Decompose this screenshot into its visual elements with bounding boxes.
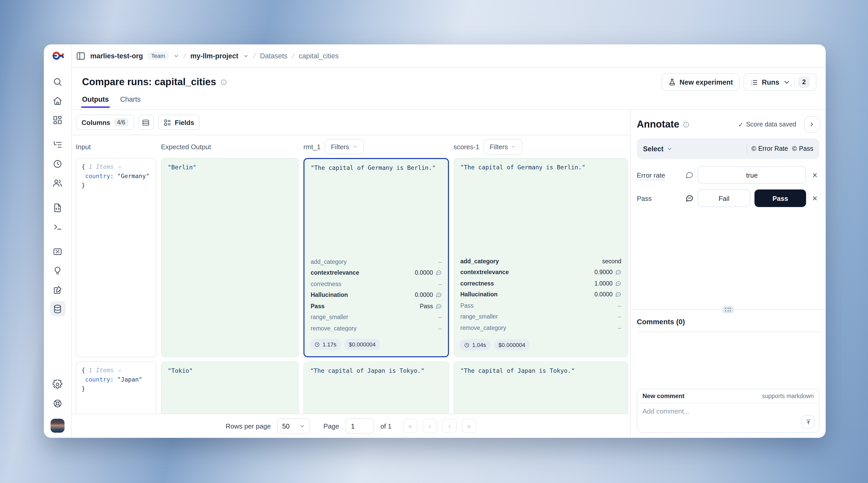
error-rate-chip[interactable]: ©Error Rate: [751, 145, 788, 152]
metric-value: 1.0000: [594, 280, 613, 286]
fail-option-button[interactable]: Fail: [698, 189, 750, 207]
annotate-title: Annotate: [637, 119, 679, 130]
comment-bubble-icon[interactable]: [436, 303, 442, 309]
error-rate-input[interactable]: [698, 166, 806, 184]
playground-icon[interactable]: [50, 219, 65, 234]
last-page-button[interactable]: »: [462, 419, 476, 433]
filters-button-run2[interactable]: Filters: [484, 139, 523, 154]
metric-name: correctness: [311, 281, 341, 287]
rows-icon: [142, 119, 150, 126]
select-config-dropdown[interactable]: Select: [643, 145, 673, 153]
column-header-expected: Expected Output: [161, 143, 299, 151]
top-bar: marlies-test-org Team / my-llm-project /…: [72, 44, 826, 68]
pass-chip[interactable]: ©Pass: [792, 145, 813, 152]
pass-option-button[interactable]: Pass: [754, 189, 806, 207]
datasets-icon[interactable]: [50, 301, 65, 316]
run1-output-cell[interactable]: "The capital of Japan is Tokyo.": [304, 361, 449, 414]
settings-gear-icon[interactable]: [50, 376, 65, 392]
run1-output-cell[interactable]: "The capital of Germany is Berlin." add_…: [304, 158, 449, 357]
run2-output-cell[interactable]: "The capital of Germany is Berlin." add_…: [454, 158, 628, 357]
metric-name: correctness: [460, 280, 494, 286]
comment-textarea[interactable]: [637, 403, 819, 432]
comment-bubble-icon[interactable]: [685, 171, 693, 179]
comment-bubble-icon[interactable]: [436, 292, 442, 298]
clear-score-icon[interactable]: ✕: [810, 194, 819, 202]
filters-button-run1[interactable]: Filters: [324, 139, 364, 154]
home-icon[interactable]: [50, 93, 65, 109]
prompts-icon[interactable]: [50, 200, 65, 215]
latency-badge: 1.17s: [310, 339, 341, 350]
metrics-list: add_category – contextrelevance 0.0000 c…: [305, 256, 448, 331]
tab-outputs[interactable]: Outputs: [82, 95, 109, 108]
comment-bubble-icon[interactable]: [615, 292, 621, 298]
collapse-icon[interactable]: [117, 368, 123, 373]
metric-row: Hallucination 0.0000: [460, 289, 621, 300]
column-header-run1: rmt_1 Filters: [304, 139, 449, 154]
score-row-error-rate: Error rate ✕: [637, 166, 819, 184]
metrics-list: add_category second contextrelevance 0.9…: [454, 255, 627, 334]
chevron-down-icon[interactable]: [243, 53, 249, 59]
new-experiment-button[interactable]: New experiment: [661, 73, 740, 91]
sessions-icon[interactable]: [50, 156, 65, 172]
tab-charts[interactable]: Charts: [120, 95, 141, 108]
expected-output-cell[interactable]: "Berlin": [161, 158, 299, 357]
clock-icon: [464, 342, 470, 348]
collapse-icon[interactable]: [117, 164, 123, 170]
input-cell[interactable]: { 1 Items country: "Japan" }: [76, 361, 156, 414]
comment-bubble-icon[interactable]: [615, 269, 621, 275]
first-page-button[interactable]: «: [403, 419, 417, 433]
run2-output-cell[interactable]: "The capital of Japan is Tokyo.": [454, 361, 628, 414]
page-number-input[interactable]: [345, 418, 374, 434]
fields-button[interactable]: Fields: [158, 115, 200, 130]
chevron-down-icon: [511, 144, 516, 149]
dashboards-icon[interactable]: [50, 112, 65, 127]
metric-row: Hallucination 0.0000: [311, 290, 442, 301]
metric-row: contextrelevance 0.9000: [460, 267, 621, 278]
rows-per-page-select[interactable]: 50: [277, 418, 310, 434]
metric-row: Pass Pass: [311, 301, 442, 311]
tracing-icon[interactable]: [50, 137, 65, 152]
new-comment-title: New comment: [643, 392, 685, 400]
submit-comment-button[interactable]: [801, 415, 815, 428]
info-icon[interactable]: [220, 79, 227, 86]
user-avatar[interactable]: [51, 419, 64, 433]
comment-bubble-icon[interactable]: [685, 194, 693, 202]
breadcrumb-dataset-name[interactable]: capital_cities: [299, 52, 339, 60]
row-height-button[interactable]: [138, 115, 154, 130]
comment-bubble-icon[interactable]: [436, 270, 442, 276]
metric-name: range_smaller: [460, 314, 498, 320]
runs-button[interactable]: Runs 2: [744, 73, 817, 91]
next-page-button[interactable]: ›: [442, 419, 457, 433]
previous-page-button[interactable]: ‹: [423, 419, 437, 433]
chevron-down-icon[interactable]: [174, 53, 179, 59]
next-item-button[interactable]: [804, 116, 819, 133]
drag-handle[interactable]: [722, 306, 734, 313]
breadcrumb-project[interactable]: my-llm-project: [190, 52, 239, 60]
info-icon[interactable]: [683, 121, 690, 128]
cell-footer: 1.17s $0.000004: [305, 335, 448, 356]
users-icon[interactable]: [50, 175, 65, 190]
score-config-bar: Select ©Error Rate ©Pass: [637, 139, 819, 159]
table-header-row: Input Expected Output rmt_1 Filters scor…: [72, 135, 630, 158]
clear-score-icon[interactable]: ✕: [810, 171, 819, 179]
metric-value: 0.0000: [415, 292, 433, 298]
app-logo[interactable]: [51, 50, 64, 62]
breadcrumb-datasets[interactable]: Datasets: [260, 52, 288, 60]
breadcrumb-org[interactable]: marlies-test-org: [90, 52, 143, 60]
metric-value: –: [438, 325, 442, 331]
sidebar-toggle-icon[interactable]: [76, 51, 86, 61]
expected-output-cell[interactable]: "Tokio": [161, 361, 299, 414]
chevron-down-icon: [299, 423, 305, 429]
support-lifebuoy-icon[interactable]: [50, 395, 65, 411]
comment-bubble-icon[interactable]: [615, 280, 621, 286]
metric-value: –: [618, 314, 621, 320]
search-icon[interactable]: [50, 74, 65, 89]
input-cell[interactable]: { 1 Items country: "Germany" }: [76, 158, 156, 357]
latency-badge: 1.04s: [459, 339, 491, 351]
columns-button[interactable]: Columns 4/6: [76, 115, 134, 130]
llm-judge-icon[interactable]: [50, 263, 65, 278]
annotation-icon[interactable]: [50, 282, 65, 297]
evaluation-icon[interactable]: [50, 244, 65, 259]
table-body: { 1 Items country: "Germany" } "Berlin": [72, 158, 630, 414]
metric-row: contextrelevance 0.0000: [311, 267, 442, 278]
